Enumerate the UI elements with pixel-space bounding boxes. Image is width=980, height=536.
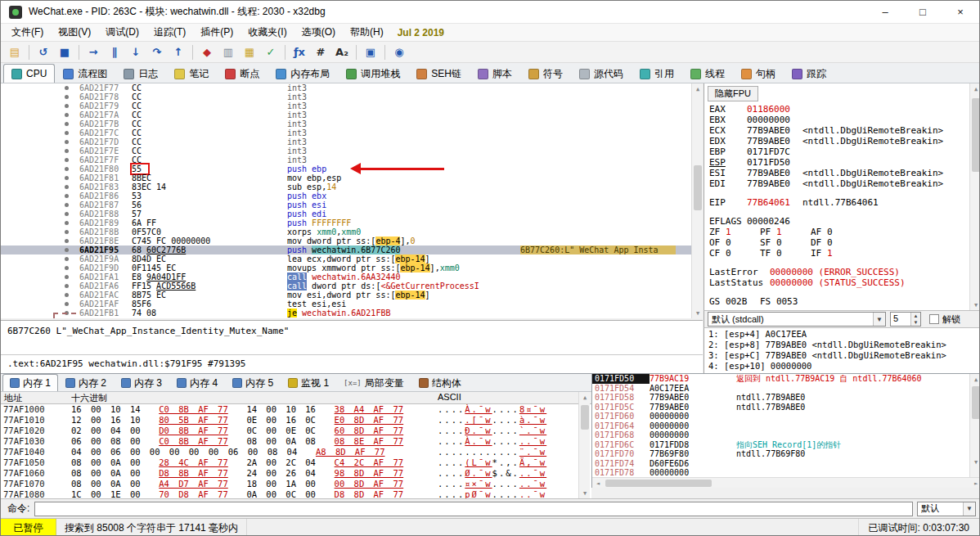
register-value[interactable]: 0171FD50 bbox=[747, 157, 794, 168]
tab-notes[interactable]: 笔记 bbox=[166, 64, 217, 83]
register-row[interactable]: ECX77B9ABE0<ntdll.DbgUiRemoteBreakin> bbox=[704, 125, 980, 136]
flag-tf[interactable]: TF 0 bbox=[760, 248, 811, 259]
flag-cf[interactable]: CF 0 bbox=[709, 248, 760, 259]
scroll-thumb[interactable] bbox=[581, 405, 589, 430]
register-row[interactable]: LastError00000000 (ERROR_SUCCESS) bbox=[704, 267, 980, 277]
menu-help[interactable]: 帮助(H) bbox=[343, 25, 391, 39]
globe-icon[interactable]: ◉ bbox=[389, 43, 409, 61]
disasm-row[interactable]: 6AD21FA1E8 9A04D1FFcall wechatwin.6AA324… bbox=[1, 273, 703, 282]
disasm-row[interactable]: 6AD21F9568 60C2776Bpush wechatwin.6B77C2… bbox=[1, 245, 703, 254]
register-value[interactable]: 77B9ABE0 bbox=[747, 168, 794, 178]
scroll-up-icon[interactable]: ▲ bbox=[579, 392, 591, 403]
patch-icon[interactable]: ✓ bbox=[261, 43, 281, 61]
disasm-row[interactable]: 6AD21F818BECmov ebp,esp bbox=[1, 173, 703, 182]
flag-of[interactable]: OF 0 bbox=[709, 237, 760, 248]
dump-tab-locals[interactable]: [x=]局部变量 bbox=[336, 374, 411, 391]
minimize-button[interactable]: – bbox=[866, 1, 904, 23]
register-value[interactable]: 77B9ABE0 bbox=[747, 125, 794, 136]
register-row[interactable]: CF 0TF 0IF 1 bbox=[704, 248, 980, 259]
disasm-row[interactable]: 6AD21F8383EC 14sub esp,14 bbox=[1, 182, 703, 191]
scroll-down-icon[interactable]: ▼ bbox=[970, 457, 980, 467]
stack-row[interactable]: 0171FD6400000000 bbox=[592, 421, 980, 431]
register-value[interactable]: 00000000 (ERROR_SUCCESS) bbox=[770, 267, 900, 277]
stack-row[interactable]: 0171FD6C0171FDD8指向SEH_Record[1]的指针 bbox=[592, 440, 980, 450]
tab-symbols[interactable]: 符号 bbox=[520, 64, 571, 83]
flag-zf[interactable]: ZF 1 bbox=[709, 227, 760, 237]
dump-tab-memory-3[interactable]: 内存 3 bbox=[114, 374, 169, 391]
stack-row[interactable]: 0171FD7800000000 bbox=[592, 468, 980, 478]
dump-tab-struct[interactable]: 结构体 bbox=[411, 374, 469, 391]
stack-row[interactable]: 0171FD5877B9ABE0ntdll.77B9ABE0 bbox=[592, 393, 980, 403]
tab-script[interactable]: 脚本 bbox=[470, 64, 520, 83]
disasm-row[interactable]: 6AD21F7CCCint3 bbox=[1, 128, 703, 137]
tab-cpu[interactable]: CPU bbox=[3, 64, 55, 83]
register-row[interactable]: ZF 1PF 1AF 0 bbox=[704, 227, 980, 237]
disasm-row[interactable]: 6AD21F9D0F1145 ECmovups xmmword ptr ss:[… bbox=[1, 263, 703, 273]
dump-row[interactable]: 77AF101012 00 16 10 80 5B AF 77 0E 00 16… bbox=[1, 415, 591, 426]
font-icon[interactable]: A₂ bbox=[332, 43, 352, 61]
argument-row[interactable]: 1: [esp+4] A0C17EEA bbox=[708, 329, 980, 340]
argument-row[interactable]: 4: [esp+10] 00000000 bbox=[708, 361, 980, 372]
register-row[interactable]: EFLAGS00000246 bbox=[704, 216, 980, 227]
disasm-row[interactable]: 6AD21FAF85F6test esi,esi bbox=[1, 300, 703, 309]
flag-sf[interactable]: SF 0 bbox=[760, 237, 811, 248]
flag-if[interactable]: IF 1 bbox=[811, 248, 861, 259]
disasm-row[interactable]: 6AD21F8756push esi bbox=[1, 200, 703, 209]
disasm-row[interactable]: 6AD21F78CCint3 bbox=[1, 92, 703, 101]
tab-memory-map[interactable]: 内存布局 bbox=[267, 64, 338, 83]
scroll-thumb[interactable] bbox=[972, 98, 980, 172]
unlock-checkbox[interactable] bbox=[929, 314, 939, 324]
tab-log[interactable]: 日志 bbox=[115, 64, 166, 83]
register-row[interactable]: LastStatus00000000 (STATUS_SUCCESS) bbox=[704, 277, 980, 288]
scroll-thumb[interactable] bbox=[694, 165, 702, 210]
log-icon[interactable]: ▥ bbox=[218, 43, 238, 61]
stepper-arrows[interactable]: ▲▼ bbox=[910, 313, 920, 326]
dump-row[interactable]: 77AF107008 00 0A 00 A4 D7 AF 77 18 00 1A… bbox=[1, 479, 591, 489]
stack-row[interactable]: 0171FD7077B69F80ntdll.77B69F80 bbox=[592, 449, 980, 459]
disasm-row[interactable]: 6AD21F77CCint3 bbox=[1, 83, 703, 92]
register-value[interactable]: 00000246 bbox=[747, 216, 794, 227]
dump-tab-memory-1[interactable]: 内存 1 bbox=[2, 374, 58, 391]
step-into-icon[interactable]: ↓ bbox=[126, 43, 146, 61]
pause-icon[interactable]: ∥ bbox=[105, 43, 124, 61]
register-value[interactable]: 01186000 bbox=[747, 104, 794, 115]
menu-trace[interactable]: 追踪(T) bbox=[146, 25, 193, 39]
disasm-row[interactable]: 6AD21F896A FFpush FFFFFFFF bbox=[1, 218, 703, 227]
register-row[interactable]: EDX77B9ABE0<ntdll.DbgUiRemoteBreakin> bbox=[704, 136, 980, 146]
disasm-row[interactable]: 6AD21F8B0F57C0xorps xmm0,xmm0 bbox=[1, 227, 703, 236]
scroll-left-icon[interactable]: ◄ bbox=[592, 478, 604, 488]
menu-plugins[interactable]: 插件(P) bbox=[193, 25, 241, 39]
tab-trace[interactable]: 跟踪 bbox=[784, 64, 834, 83]
scroll-thumb[interactable] bbox=[972, 386, 980, 419]
stack-row[interactable]: 0171FD74D60FE6D6 bbox=[592, 459, 980, 469]
dump-tab-watch-1[interactable]: 监视 1 bbox=[281, 374, 336, 391]
scroll-down-icon[interactable]: ▼ bbox=[692, 308, 703, 318]
register-row[interactable]: EDI77B9ABE0<ntdll.DbgUiRemoteBreakin> bbox=[704, 178, 980, 189]
dump-tab-memory-5[interactable]: 内存 5 bbox=[225, 374, 281, 391]
stack-row[interactable]: 0171FD6800000000 bbox=[592, 430, 980, 440]
tab-breakpoints[interactable]: 断点 bbox=[217, 64, 267, 83]
run-icon[interactable]: → bbox=[83, 43, 103, 61]
scroll-up-icon[interactable]: ▲ bbox=[970, 83, 980, 94]
flag-fs[interactable]: FS 0053 bbox=[760, 296, 811, 307]
dump-row[interactable]: 77AF100016 00 10 14 C0 8B AF 77 14 00 10… bbox=[1, 404, 591, 415]
hide-fpu-button[interactable]: 隐藏FPU bbox=[708, 86, 758, 101]
disasm-row[interactable]: 6AD21F7BCCint3 bbox=[1, 119, 703, 128]
dump-row[interactable]: 77AF106008 00 0A 00 D8 8B AF 77 24 00 26… bbox=[1, 468, 591, 479]
tab-seh[interactable]: SEH链 bbox=[408, 64, 470, 83]
scroll-up-icon[interactable]: ▲ bbox=[970, 374, 980, 385]
register-value[interactable]: 77B9ABE0 bbox=[747, 178, 794, 189]
calculator-icon[interactable]: ƒx bbox=[290, 43, 309, 61]
stack-row[interactable]: 0171FD5C77B9ABE0ntdll.77B9ABE0 bbox=[592, 403, 980, 412]
scroll-up-icon[interactable]: ▲ bbox=[692, 83, 703, 94]
flag-df[interactable]: DF 0 bbox=[811, 237, 861, 248]
disasm-row[interactable]: 6AD21F8EC745 FC 00000000mov dword ptr ss… bbox=[1, 236, 703, 245]
hash-icon[interactable]: # bbox=[311, 43, 330, 61]
menu-options[interactable]: 选项(O) bbox=[294, 25, 343, 39]
tab-call-stack[interactable]: 调用堆栈 bbox=[338, 64, 408, 83]
register-row[interactable]: EBX00000000 bbox=[704, 115, 980, 125]
step-out-icon[interactable]: ↑ bbox=[169, 43, 188, 61]
dump-tab-memory-2[interactable]: 内存 2 bbox=[58, 374, 114, 391]
close-button[interactable]: × bbox=[942, 1, 979, 23]
register-row[interactable]: EAX01186000 bbox=[704, 104, 980, 115]
